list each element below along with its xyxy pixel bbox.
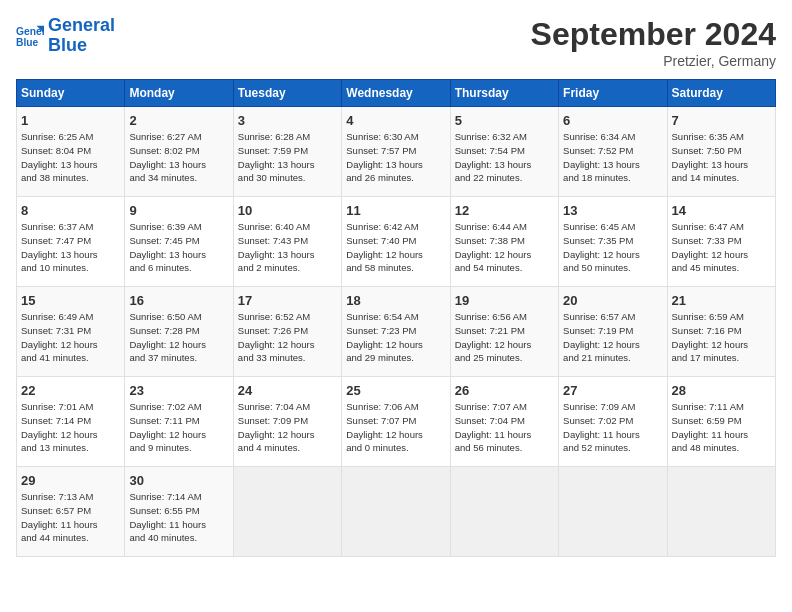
calendar-cell: 5Sunrise: 6:32 AM Sunset: 7:54 PM Daylig…	[450, 107, 558, 197]
day-info: Sunrise: 6:40 AM Sunset: 7:43 PM Dayligh…	[238, 220, 337, 275]
calendar-cell: 8Sunrise: 6:37 AM Sunset: 7:47 PM Daylig…	[17, 197, 125, 287]
day-info: Sunrise: 7:01 AM Sunset: 7:14 PM Dayligh…	[21, 400, 120, 455]
calendar-cell: 24Sunrise: 7:04 AM Sunset: 7:09 PM Dayli…	[233, 377, 341, 467]
day-info: Sunrise: 6:37 AM Sunset: 7:47 PM Dayligh…	[21, 220, 120, 275]
calendar-cell: 7Sunrise: 6:35 AM Sunset: 7:50 PM Daylig…	[667, 107, 775, 197]
calendar-cell: 4Sunrise: 6:30 AM Sunset: 7:57 PM Daylig…	[342, 107, 450, 197]
calendar-cell: 16Sunrise: 6:50 AM Sunset: 7:28 PM Dayli…	[125, 287, 233, 377]
calendar-cell	[667, 467, 775, 557]
day-info: Sunrise: 6:34 AM Sunset: 7:52 PM Dayligh…	[563, 130, 662, 185]
calendar-cell: 13Sunrise: 6:45 AM Sunset: 7:35 PM Dayli…	[559, 197, 667, 287]
day-number: 8	[21, 203, 120, 218]
day-number: 12	[455, 203, 554, 218]
calendar-cell: 12Sunrise: 6:44 AM Sunset: 7:38 PM Dayli…	[450, 197, 558, 287]
calendar-cell: 29Sunrise: 7:13 AM Sunset: 6:57 PM Dayli…	[17, 467, 125, 557]
day-number: 5	[455, 113, 554, 128]
calendar-cell: 19Sunrise: 6:56 AM Sunset: 7:21 PM Dayli…	[450, 287, 558, 377]
day-info: Sunrise: 7:02 AM Sunset: 7:11 PM Dayligh…	[129, 400, 228, 455]
day-info: Sunrise: 7:11 AM Sunset: 6:59 PM Dayligh…	[672, 400, 771, 455]
day-number: 30	[129, 473, 228, 488]
calendar-cell: 25Sunrise: 7:06 AM Sunset: 7:07 PM Dayli…	[342, 377, 450, 467]
day-info: Sunrise: 6:52 AM Sunset: 7:26 PM Dayligh…	[238, 310, 337, 365]
day-number: 28	[672, 383, 771, 398]
day-number: 9	[129, 203, 228, 218]
calendar-cell: 14Sunrise: 6:47 AM Sunset: 7:33 PM Dayli…	[667, 197, 775, 287]
calendar-cell: 17Sunrise: 6:52 AM Sunset: 7:26 PM Dayli…	[233, 287, 341, 377]
day-number: 22	[21, 383, 120, 398]
calendar-cell: 26Sunrise: 7:07 AM Sunset: 7:04 PM Dayli…	[450, 377, 558, 467]
day-number: 10	[238, 203, 337, 218]
day-info: Sunrise: 6:28 AM Sunset: 7:59 PM Dayligh…	[238, 130, 337, 185]
day-number: 11	[346, 203, 445, 218]
day-info: Sunrise: 6:59 AM Sunset: 7:16 PM Dayligh…	[672, 310, 771, 365]
day-info: Sunrise: 7:14 AM Sunset: 6:55 PM Dayligh…	[129, 490, 228, 545]
day-info: Sunrise: 7:04 AM Sunset: 7:09 PM Dayligh…	[238, 400, 337, 455]
logo: General Blue GeneralBlue	[16, 16, 115, 56]
calendar-cell: 20Sunrise: 6:57 AM Sunset: 7:19 PM Dayli…	[559, 287, 667, 377]
day-info: Sunrise: 6:35 AM Sunset: 7:50 PM Dayligh…	[672, 130, 771, 185]
calendar-cell	[559, 467, 667, 557]
day-number: 25	[346, 383, 445, 398]
calendar-cell: 2Sunrise: 6:27 AM Sunset: 8:02 PM Daylig…	[125, 107, 233, 197]
weekday-header: Saturday	[667, 80, 775, 107]
calendar-cell	[342, 467, 450, 557]
calendar-cell: 3Sunrise: 6:28 AM Sunset: 7:59 PM Daylig…	[233, 107, 341, 197]
calendar-cell: 9Sunrise: 6:39 AM Sunset: 7:45 PM Daylig…	[125, 197, 233, 287]
day-number: 13	[563, 203, 662, 218]
month-title: September 2024	[531, 16, 776, 53]
day-number: 15	[21, 293, 120, 308]
calendar-cell: 10Sunrise: 6:40 AM Sunset: 7:43 PM Dayli…	[233, 197, 341, 287]
day-number: 4	[346, 113, 445, 128]
day-info: Sunrise: 6:47 AM Sunset: 7:33 PM Dayligh…	[672, 220, 771, 275]
calendar-cell: 22Sunrise: 7:01 AM Sunset: 7:14 PM Dayli…	[17, 377, 125, 467]
day-info: Sunrise: 6:39 AM Sunset: 7:45 PM Dayligh…	[129, 220, 228, 275]
calendar-table: SundayMondayTuesdayWednesdayThursdayFrid…	[16, 79, 776, 557]
day-number: 19	[455, 293, 554, 308]
day-number: 26	[455, 383, 554, 398]
day-number: 21	[672, 293, 771, 308]
day-info: Sunrise: 6:42 AM Sunset: 7:40 PM Dayligh…	[346, 220, 445, 275]
weekday-header: Wednesday	[342, 80, 450, 107]
calendar-cell: 30Sunrise: 7:14 AM Sunset: 6:55 PM Dayli…	[125, 467, 233, 557]
calendar-cell: 28Sunrise: 7:11 AM Sunset: 6:59 PM Dayli…	[667, 377, 775, 467]
weekday-header: Friday	[559, 80, 667, 107]
calendar-cell	[233, 467, 341, 557]
calendar-cell: 27Sunrise: 7:09 AM Sunset: 7:02 PM Dayli…	[559, 377, 667, 467]
day-number: 24	[238, 383, 337, 398]
svg-text:Blue: Blue	[16, 37, 39, 48]
day-info: Sunrise: 7:09 AM Sunset: 7:02 PM Dayligh…	[563, 400, 662, 455]
day-number: 23	[129, 383, 228, 398]
calendar-cell: 21Sunrise: 6:59 AM Sunset: 7:16 PM Dayli…	[667, 287, 775, 377]
page-header: General Blue GeneralBlue September 2024 …	[16, 16, 776, 69]
day-number: 14	[672, 203, 771, 218]
location-subtitle: Pretzier, Germany	[531, 53, 776, 69]
day-number: 16	[129, 293, 228, 308]
weekday-header: Sunday	[17, 80, 125, 107]
day-info: Sunrise: 6:50 AM Sunset: 7:28 PM Dayligh…	[129, 310, 228, 365]
day-number: 17	[238, 293, 337, 308]
day-number: 7	[672, 113, 771, 128]
logo-icon: General Blue	[16, 22, 44, 50]
logo-text: GeneralBlue	[48, 16, 115, 56]
day-number: 3	[238, 113, 337, 128]
day-info: Sunrise: 6:30 AM Sunset: 7:57 PM Dayligh…	[346, 130, 445, 185]
day-number: 6	[563, 113, 662, 128]
weekday-header: Monday	[125, 80, 233, 107]
calendar-header: SundayMondayTuesdayWednesdayThursdayFrid…	[17, 80, 776, 107]
day-info: Sunrise: 6:27 AM Sunset: 8:02 PM Dayligh…	[129, 130, 228, 185]
day-number: 2	[129, 113, 228, 128]
day-info: Sunrise: 7:13 AM Sunset: 6:57 PM Dayligh…	[21, 490, 120, 545]
calendar-cell: 23Sunrise: 7:02 AM Sunset: 7:11 PM Dayli…	[125, 377, 233, 467]
calendar-cell: 15Sunrise: 6:49 AM Sunset: 7:31 PM Dayli…	[17, 287, 125, 377]
day-number: 27	[563, 383, 662, 398]
day-info: Sunrise: 6:45 AM Sunset: 7:35 PM Dayligh…	[563, 220, 662, 275]
weekday-header: Tuesday	[233, 80, 341, 107]
day-number: 18	[346, 293, 445, 308]
calendar-cell: 6Sunrise: 6:34 AM Sunset: 7:52 PM Daylig…	[559, 107, 667, 197]
title-block: September 2024 Pretzier, Germany	[531, 16, 776, 69]
calendar-cell: 18Sunrise: 6:54 AM Sunset: 7:23 PM Dayli…	[342, 287, 450, 377]
day-info: Sunrise: 6:25 AM Sunset: 8:04 PM Dayligh…	[21, 130, 120, 185]
calendar-cell: 1Sunrise: 6:25 AM Sunset: 8:04 PM Daylig…	[17, 107, 125, 197]
day-number: 20	[563, 293, 662, 308]
day-info: Sunrise: 6:54 AM Sunset: 7:23 PM Dayligh…	[346, 310, 445, 365]
